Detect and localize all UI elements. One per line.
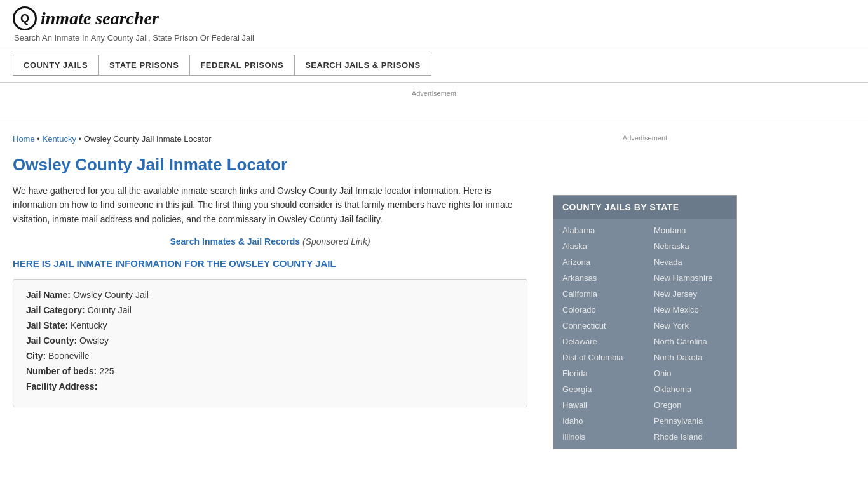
ad-label: Advertisement <box>412 90 456 97</box>
state-item[interactable]: Ohio <box>645 365 736 381</box>
city-row: City: Booneville <box>26 351 514 361</box>
sponsored-link[interactable]: Search Inmates & Jail Records <box>170 236 300 247</box>
logo-area: Q inmate searcher <box>13 6 855 30</box>
jail-county-label: Jail County: <box>26 336 77 346</box>
sidebar-ad: Advertisement <box>553 134 737 185</box>
state-column-right: MontanaNebraskaNevadaNew HampshireNew Je… <box>645 222 736 445</box>
breadcrumb-home[interactable]: Home <box>13 134 35 144</box>
beds-label: Number of beds: <box>26 366 97 376</box>
jail-category-row: Jail Category: County Jail <box>26 305 514 315</box>
breadcrumb: Home • Kentucky • Owsley County Jail Inm… <box>13 134 527 144</box>
state-item[interactable]: Delaware <box>553 334 645 349</box>
main-nav: COUNTY JAILS STATE PRISONS FEDERAL PRISO… <box>0 48 868 83</box>
jail-name-row: Jail Name: Owsley County Jail <box>26 290 514 300</box>
jail-state-row: Jail State: Kentucky <box>26 320 514 330</box>
section-heading: HERE IS JAIL INMATE INFORMATION FOR THE … <box>13 258 527 269</box>
state-item[interactable]: Alabama <box>553 222 645 238</box>
ad-banner: Advertisement <box>0 83 868 121</box>
state-item[interactable]: New Mexico <box>645 302 736 318</box>
state-column-left: AlabamaAlaskaArizonaArkansasCaliforniaCo… <box>553 222 645 445</box>
nav-federal-prisons[interactable]: FEDERAL PRISONS <box>189 55 294 76</box>
nav-state-prisons[interactable]: STATE PRISONS <box>98 55 189 76</box>
state-item[interactable]: Connecticut <box>553 318 645 334</box>
city-value: Booneville <box>48 351 90 361</box>
sidebar-ad-label: Advertisement <box>623 134 667 142</box>
state-item[interactable]: Oklahoma <box>645 381 736 397</box>
jail-county-value: Owsley <box>79 336 109 346</box>
state-box: COUNTY JAILS BY STATE AlabamaAlaskaArizo… <box>553 195 737 449</box>
state-item[interactable]: New Jersey <box>645 286 736 302</box>
state-item[interactable]: California <box>553 286 645 302</box>
state-item[interactable]: Nevada <box>645 254 736 270</box>
state-item[interactable]: Dist.of Columbia <box>553 349 645 365</box>
jail-name-value: Owsley County Jail <box>73 290 149 300</box>
description: We have gathered for you all the availab… <box>13 184 527 226</box>
address-label: Facility Address: <box>26 381 97 391</box>
breadcrumb-current: Owsley County Jail Inmate Locator <box>84 134 212 144</box>
state-item[interactable]: Rhode Island <box>645 429 736 445</box>
state-item[interactable]: Oregon <box>645 397 736 413</box>
state-item[interactable]: Montana <box>645 222 736 238</box>
sponsored-label: (Sponsored Link) <box>302 236 370 247</box>
state-grid: AlabamaAlaskaArizonaArkansasCaliforniaCo… <box>553 219 736 449</box>
state-item[interactable]: Pennsylvania <box>645 413 736 429</box>
state-item[interactable]: Arizona <box>553 254 645 270</box>
logo-text[interactable]: inmate searcher <box>41 8 159 29</box>
jail-category-label: Jail Category: <box>26 305 85 315</box>
sidebar: Advertisement COUNTY JAILS BY STATE Alab… <box>540 121 737 462</box>
beds-row: Number of beds: 225 <box>26 366 514 376</box>
jail-county-row: Jail County: Owsley <box>26 336 514 346</box>
state-item[interactable]: Georgia <box>553 381 645 397</box>
main-layout: Home • Kentucky • Owsley County Jail Inm… <box>0 121 868 462</box>
city-label: City: <box>26 351 46 361</box>
state-item[interactable]: Arkansas <box>553 270 645 286</box>
jail-category-value: County Jail <box>87 305 131 315</box>
info-box: Jail Name: Owsley County Jail Jail Categ… <box>13 279 527 407</box>
nav-county-jails[interactable]: COUNTY JAILS <box>13 55 98 76</box>
state-item[interactable]: Colorado <box>553 302 645 318</box>
state-item[interactable]: New Hampshire <box>645 270 736 286</box>
sponsored-link-area: Search Inmates & Jail Records (Sponsored… <box>13 236 527 247</box>
state-item[interactable]: Alaska <box>553 238 645 254</box>
address-row: Facility Address: <box>26 381 514 391</box>
main-content: Home • Kentucky • Owsley County Jail Inm… <box>13 121 540 462</box>
state-item[interactable]: New York <box>645 318 736 334</box>
state-item[interactable]: North Dakota <box>645 349 736 365</box>
state-item[interactable]: Nebraska <box>645 238 736 254</box>
breadcrumb-state[interactable]: Kentucky <box>42 134 76 144</box>
site-header: Q inmate searcher Search An Inmate In An… <box>0 0 868 48</box>
state-item[interactable]: Florida <box>553 365 645 381</box>
beds-value: 225 <box>99 366 114 376</box>
jail-name-label: Jail Name: <box>26 290 71 300</box>
jail-state-label: Jail State: <box>26 320 68 330</box>
state-item[interactable]: North Carolina <box>645 334 736 349</box>
state-item[interactable]: Idaho <box>553 413 645 429</box>
tagline: Search An Inmate In Any County Jail, Sta… <box>14 33 855 43</box>
breadcrumb-separator: • <box>79 134 84 144</box>
state-box-title: COUNTY JAILS BY STATE <box>553 196 736 219</box>
state-item[interactable]: Illinois <box>553 429 645 445</box>
nav-search-jails[interactable]: SEARCH JAILS & PRISONS <box>294 55 431 76</box>
page-title: Owsley County Jail Inmate Locator <box>13 155 527 175</box>
state-item[interactable]: Hawaii <box>553 397 645 413</box>
logo-icon: Q <box>13 6 37 30</box>
jail-state-value: Kentucky <box>71 320 107 330</box>
